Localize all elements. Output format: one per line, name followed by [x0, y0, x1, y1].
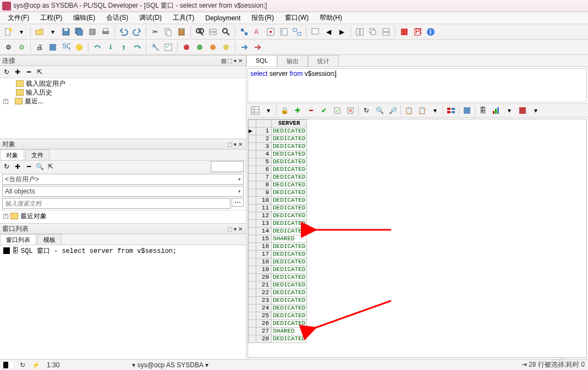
chart-icon[interactable] [491, 105, 502, 116]
window-list-item[interactable]: 🗄 SQL 窗口 - select server from v$session; [2, 246, 244, 255]
copy-row-icon[interactable]: 📋 [416, 105, 427, 116]
dropdown-arrow-icon[interactable]: ▾ [530, 105, 541, 116]
refresh-icon[interactable]: ↻ [361, 105, 372, 116]
table-row[interactable]: 28DEDICATED [249, 335, 307, 343]
bookmark-icon[interactable] [265, 26, 277, 38]
report-pdf-icon[interactable]: PDF [411, 26, 424, 38]
find-icon[interactable]: 🔍 [374, 105, 385, 116]
gear-green-icon[interactable]: ⚙ [15, 41, 28, 53]
find-icon[interactable]: 🔍 [35, 162, 44, 171]
window-next-icon[interactable]: ▶ [336, 26, 348, 38]
expand-icon[interactable]: ⇱ [35, 68, 44, 76]
arrange-icon[interactable] [380, 26, 392, 38]
recent-objects-item[interactable]: + 最近对象 [2, 212, 244, 220]
arrow-right-red-icon[interactable] [251, 41, 263, 53]
table-row[interactable]: 2DEDICATED [249, 135, 307, 143]
table-row[interactable]: 6DEDICATED [249, 166, 307, 174]
delete-row-icon[interactable]: ━ [305, 105, 316, 116]
menu-item[interactable]: 工程(P) [35, 12, 68, 24]
table-row[interactable]: 18DEDICATED [249, 258, 307, 266]
replace-icon[interactable] [207, 26, 219, 38]
tile-icon[interactable] [354, 26, 366, 38]
single-record-icon[interactable] [446, 105, 457, 116]
table-row[interactable]: 8DEDICATED [249, 181, 307, 189]
menu-item[interactable]: 帮助(H) [314, 12, 348, 24]
menu-item[interactable]: 编辑(E) [68, 12, 101, 24]
help-icon[interactable]: i [425, 26, 437, 38]
table-row[interactable]: 5DEDICATED [249, 158, 307, 166]
find-icon[interactable] [194, 26, 206, 38]
yellow-dot-icon[interactable] [220, 41, 232, 53]
refresh-status-icon[interactable]: ↻ [20, 361, 25, 369]
menu-item[interactable]: 调试(D) [134, 12, 167, 24]
checklist-icon[interactable] [162, 41, 174, 53]
step-into-icon[interactable] [105, 41, 117, 53]
panel-pin-icon[interactable]: ⬚ ▾ ✕ [226, 141, 244, 147]
search-ellipsis-icon[interactable]: ⋯ [232, 198, 244, 207]
execute-icon[interactable] [73, 41, 85, 53]
window-prev-icon[interactable]: ◀ [322, 26, 334, 38]
commit-icon[interactable] [86, 26, 98, 38]
sql-icon[interactable]: SQL [60, 41, 72, 53]
report-red-icon[interactable] [398, 26, 410, 38]
all-objects-combo[interactable]: All objects▾ [2, 186, 244, 197]
plus-icon[interactable]: ✚ [13, 68, 22, 76]
search-input[interactable] [2, 198, 230, 209]
menu-item[interactable]: 文件(F) [2, 12, 35, 24]
sql-editor[interactable]: select server from v$session; [248, 68, 587, 102]
dropdown-arrow-icon[interactable]: ▾ [47, 26, 59, 38]
query-builder-icon[interactable] [291, 26, 303, 38]
table-row[interactable]: 22DEDICATED [249, 289, 307, 297]
table-row[interactable]: 16DEDICATED [249, 243, 307, 251]
tab-sql[interactable]: SQL [246, 55, 277, 67]
table-row[interactable]: 26DEDICATED [249, 320, 307, 328]
refresh-icon[interactable]: ↻ [2, 68, 11, 76]
tab-objects[interactable]: 对象 [0, 150, 24, 160]
undo-icon[interactable] [118, 26, 130, 38]
panel-pin-icon[interactable]: ▨ ⬚ ▾ ✕ [220, 58, 244, 64]
tab-stats[interactable]: 统计 [308, 55, 339, 67]
table-row[interactable]: 27SHARED [249, 328, 307, 335]
table-row[interactable]: ▶1DEDICATED [249, 128, 307, 135]
table-row[interactable]: 19DEDICATED [249, 266, 307, 274]
gear-icon[interactable]: ⚙ [2, 41, 14, 53]
grid-red-icon[interactable] [517, 105, 528, 116]
menu-item[interactable]: 报告(R) [246, 12, 279, 24]
dropdown-arrow-icon[interactable]: ▾ [430, 105, 441, 116]
panel-pin-icon[interactable]: ⬚ ▾ ✕ [226, 226, 244, 232]
describe-icon[interactable] [278, 26, 290, 38]
tab-template[interactable]: 模板 [37, 234, 62, 245]
step-out-icon[interactable] [118, 41, 130, 53]
tab-window-list[interactable]: 窗口列表 [0, 234, 36, 245]
save-all-icon[interactable] [73, 26, 85, 38]
menu-item[interactable]: 工具(T) [167, 12, 200, 24]
cut-icon[interactable]: ✂ [149, 26, 161, 38]
table-row[interactable]: 23DEDICATED [249, 297, 307, 305]
open-icon[interactable] [34, 26, 46, 38]
table-row[interactable]: 7DEDICATED [249, 174, 307, 181]
table-row[interactable]: 14DEDICATED [249, 228, 307, 235]
commit-icon[interactable]: ✔ [318, 105, 329, 116]
minus-icon[interactable]: ━ [24, 68, 33, 76]
minus-icon[interactable]: ━ [24, 162, 33, 171]
grid-icon[interactable] [250, 105, 261, 116]
find-icon[interactable]: 🔎 [387, 105, 398, 116]
tree-item[interactable]: 载入固定用户 [2, 79, 244, 88]
paste-icon[interactable] [175, 26, 188, 38]
cascade-icon[interactable] [367, 26, 379, 38]
print-icon[interactable] [100, 26, 112, 38]
rollback-icon[interactable] [345, 105, 356, 116]
table-row[interactable]: 3DEDICATED [249, 143, 307, 151]
find-db-icon[interactable] [220, 26, 232, 38]
tab-output[interactable]: 输出 [277, 55, 308, 67]
table-row[interactable]: 11DEDICATED [249, 205, 307, 212]
tree-item[interactable]: +最近... [2, 97, 244, 106]
table-row[interactable]: 9DEDICATED [249, 189, 307, 197]
print-icon[interactable]: 🖨 [34, 41, 46, 53]
save-blue-icon[interactable] [47, 41, 59, 53]
redo-icon[interactable] [131, 26, 143, 38]
tab-files[interactable]: 文件 [25, 150, 50, 160]
table-row[interactable]: 10DEDICATED [249, 197, 307, 205]
new-icon[interactable] [2, 26, 14, 38]
table-row[interactable]: 13DEDICATED [249, 220, 307, 228]
